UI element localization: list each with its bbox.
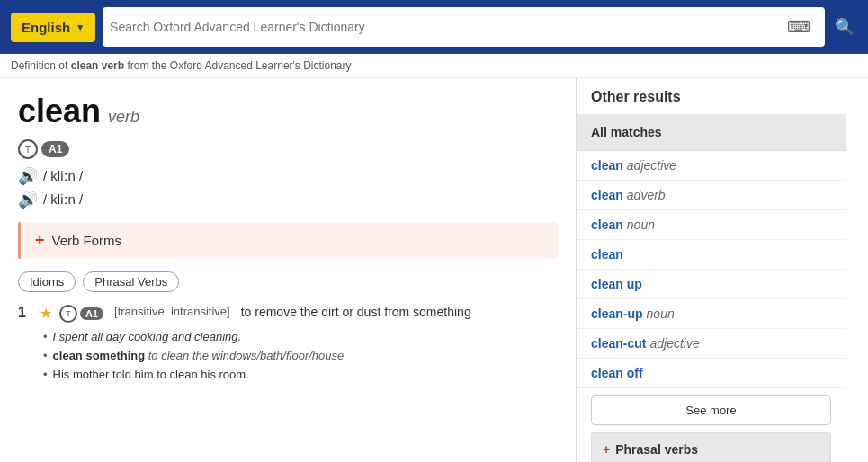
match-link-clean-noun[interactable]: clean bbox=[591, 218, 623, 232]
all-matches-button[interactable]: All matches bbox=[577, 114, 846, 150]
keyboard-icon[interactable]: ⌨ bbox=[787, 17, 810, 37]
sense-level-text: A1 bbox=[80, 307, 103, 320]
grammar-tag: [transitive, intransitive] bbox=[114, 305, 230, 318]
pronunciation-text-1: / kliːn / bbox=[43, 168, 83, 184]
phrasal-verbs-box: + Phrasal verbs bbox=[591, 432, 831, 462]
example-3: His mother told him to clean his room. bbox=[43, 368, 558, 381]
match-pos-clean-adv: adverb bbox=[627, 188, 666, 202]
sense-definition: to remove the dirt or dust from somethin… bbox=[241, 305, 471, 319]
breadcrumb-suffix: from the Oxford Advanced Learner's Dicti… bbox=[127, 59, 351, 72]
match-pos-cleanup-noun: noun bbox=[647, 307, 675, 321]
header: English ▼ ⌨ 🔍 bbox=[0, 0, 868, 54]
verb-forms-expand-icon: + bbox=[35, 231, 45, 250]
word-title-row: clean verb bbox=[18, 93, 558, 130]
pronunciation-text-2: / kliːn / bbox=[43, 191, 83, 208]
verb-forms-box[interactable]: + Verb Forms bbox=[18, 222, 558, 259]
example-1: I spent all day cooking and cleaning. bbox=[43, 330, 558, 343]
match-pos-clean-adj: adjective bbox=[627, 158, 676, 173]
phrasal-verbs-expand-icon: + bbox=[603, 442, 610, 457]
chevron-down-icon: ▼ bbox=[76, 22, 85, 32]
search-bar: ⌨ bbox=[103, 7, 825, 47]
match-link-clean-up[interactable]: clean up bbox=[591, 277, 642, 291]
idioms-tag[interactable]: Idioms bbox=[18, 271, 76, 292]
examples-list: I spent all day cooking and cleaning. cl… bbox=[43, 330, 558, 381]
match-item-clean[interactable]: clean bbox=[577, 240, 846, 270]
match-item-clean-adv[interactable]: cleanadverb bbox=[577, 181, 846, 210]
match-link-clean-adj[interactable]: clean bbox=[591, 158, 623, 173]
level-circle-icon: T bbox=[18, 139, 38, 159]
example-text-1: I spent all day cooking and cleaning. bbox=[53, 330, 242, 343]
match-link-clean-adv[interactable]: clean bbox=[591, 188, 623, 202]
search-input[interactable] bbox=[110, 20, 787, 34]
breadcrumb: Definition of clean verb from the Oxford… bbox=[0, 54, 868, 78]
match-pos-clean-noun: noun bbox=[627, 218, 655, 232]
entry-pos: verb bbox=[108, 108, 139, 127]
sidebar: Other results All matches cleanadjective… bbox=[576, 78, 846, 462]
match-list: cleanadjective cleanadverb cleannoun cle… bbox=[577, 150, 846, 388]
pronunciation-1: 🔊 / kliːn / bbox=[18, 166, 558, 186]
match-item-clean-cut[interactable]: clean-cutadjective bbox=[577, 329, 846, 359]
match-item-clean-adj[interactable]: cleanadjective bbox=[577, 151, 846, 181]
sense-number-label: 1 bbox=[18, 305, 32, 321]
breadcrumb-pos: verb bbox=[102, 59, 124, 72]
match-link-clean[interactable]: clean bbox=[591, 247, 623, 262]
example-2: clean something to clean the windows/bat… bbox=[43, 349, 558, 362]
verb-forms-label: Verb Forms bbox=[52, 233, 122, 248]
level-badge: T A1 bbox=[18, 139, 69, 159]
breadcrumb-word: clean bbox=[71, 59, 99, 72]
breadcrumb-prefix: Definition of bbox=[11, 59, 67, 72]
tags-row: Idioms Phrasal Verbs bbox=[18, 271, 558, 292]
language-selector[interactable]: English ▼ bbox=[11, 13, 95, 42]
entry-word: clean bbox=[18, 93, 101, 130]
example-text-3: His mother told him to clean his room. bbox=[53, 368, 249, 381]
phrasal-verbs-tag[interactable]: Phrasal Verbs bbox=[83, 271, 179, 292]
match-pos-clean-cut: adjective bbox=[649, 336, 699, 351]
speaker-icon-1[interactable]: 🔊 bbox=[18, 166, 38, 186]
match-item-clean-noun[interactable]: cleannoun bbox=[577, 210, 846, 240]
star-icon: ★ bbox=[40, 305, 52, 322]
pronunciation-2: 🔊 / kliːn / bbox=[18, 190, 558, 209]
match-item-cleanup-noun[interactable]: clean-upnoun bbox=[577, 299, 846, 329]
match-link-clean-cut[interactable]: clean-cut bbox=[591, 336, 646, 351]
other-results-section: Other results All matches cleanadjective… bbox=[577, 89, 846, 462]
search-button[interactable]: 🔍 bbox=[825, 7, 864, 47]
main-layout: clean verb T A1 🔊 / kliːn / 🔊 / kliːn / … bbox=[0, 78, 868, 462]
sense-level-circle: T bbox=[59, 305, 77, 323]
speaker-icon-2[interactable]: 🔊 bbox=[18, 190, 38, 209]
sense-1: 1 ★ T A1 [transitive, intransitive] to r… bbox=[18, 305, 558, 323]
phrasal-verbs-header[interactable]: + Phrasal verbs bbox=[592, 433, 830, 462]
language-label: English bbox=[22, 20, 70, 35]
phrasal-verbs-label: Phrasal verbs bbox=[615, 442, 698, 457]
level-text: A1 bbox=[41, 141, 69, 157]
other-results-title: Other results bbox=[577, 89, 846, 114]
match-item-clean-up[interactable]: clean up bbox=[577, 270, 846, 299]
match-link-clean-off[interactable]: clean off bbox=[591, 366, 643, 380]
see-more-button[interactable]: See more bbox=[591, 395, 831, 425]
entry-content: clean verb T A1 🔊 / kliːn / 🔊 / kliːn / … bbox=[0, 78, 576, 462]
example-text-2: clean something to clean the windows/bat… bbox=[53, 349, 345, 362]
sense-level-badge: T A1 bbox=[59, 305, 103, 323]
match-item-clean-off[interactable]: clean off bbox=[577, 359, 846, 388]
match-link-cleanup-noun[interactable]: clean-up bbox=[591, 307, 643, 321]
search-icon: 🔍 bbox=[835, 17, 855, 37]
